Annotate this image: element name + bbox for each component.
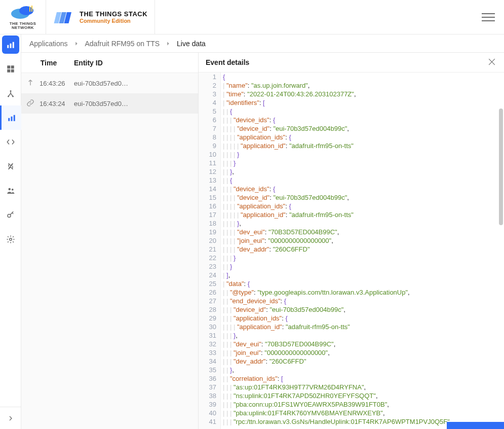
svg-rect-18 bbox=[11, 117, 12, 121]
event-detail-panel: Event details 12345678910111213141516171… bbox=[199, 53, 504, 429]
arrow-up-icon bbox=[26, 79, 34, 88]
event-row[interactable]: 16:43:24eui-70b3d57ed0… bbox=[21, 93, 198, 114]
svg-rect-17 bbox=[8, 118, 10, 121]
svg-point-21 bbox=[12, 189, 14, 191]
crumb-app-name[interactable]: Adafruit RFM95 on TTS bbox=[85, 40, 160, 48]
sidebar-app-icon[interactable] bbox=[2, 35, 19, 54]
svg-rect-10 bbox=[7, 65, 10, 68]
svg-rect-9 bbox=[13, 42, 14, 48]
sidebar-collaborators[interactable] bbox=[0, 178, 21, 203]
json-viewer[interactable]: 1234567891011121314151617181920212223242… bbox=[199, 72, 504, 429]
svg-point-22 bbox=[8, 214, 11, 218]
sidebar-overview[interactable] bbox=[0, 57, 21, 81]
sidebar-api-keys[interactable] bbox=[0, 203, 21, 227]
event-entity: eui-70b3d57ed0… bbox=[74, 100, 193, 108]
svg-point-1 bbox=[19, 6, 33, 15]
sidebar bbox=[0, 34, 21, 429]
svg-point-14 bbox=[10, 90, 12, 92]
close-icon bbox=[487, 57, 497, 67]
svg-rect-8 bbox=[10, 44, 12, 48]
scrollbar[interactable] bbox=[499, 109, 504, 421]
crumb-current: Live data bbox=[177, 40, 206, 48]
event-list: Time Entity ID 16:43:26eui-70b3d57ed0…16… bbox=[21, 53, 199, 429]
svg-point-15 bbox=[8, 96, 9, 97]
col-time: Time bbox=[26, 59, 71, 67]
svg-rect-3 bbox=[31, 6, 32, 12]
svg-rect-13 bbox=[11, 69, 14, 73]
sidebar-live-data[interactable] bbox=[0, 105, 21, 130]
svg-point-23 bbox=[10, 238, 12, 241]
top-header: THE THINGSNETWORK THE THINGS STACK Commu… bbox=[0, 0, 504, 34]
svg-rect-12 bbox=[7, 69, 10, 73]
chevron-right-icon bbox=[165, 40, 172, 47]
menu-button[interactable] bbox=[482, 13, 495, 21]
footer-accent bbox=[447, 422, 504, 429]
breadcrumb: Applications Adafruit RFM95 on TTS Live … bbox=[21, 34, 504, 53]
svg-rect-19 bbox=[13, 115, 15, 121]
sidebar-devices[interactable] bbox=[0, 81, 21, 105]
svg-rect-7 bbox=[7, 45, 9, 48]
event-row[interactable]: 16:43:26eui-70b3d57ed0… bbox=[21, 73, 198, 93]
svg-rect-2 bbox=[29, 7, 30, 12]
svg-point-16 bbox=[12, 96, 14, 97]
ttn-logo-text: THE THINGSNETWORK bbox=[10, 22, 36, 30]
sidebar-payload[interactable] bbox=[0, 130, 21, 154]
event-time: 16:43:26 bbox=[40, 80, 69, 87]
tts-subtitle: Community Edition bbox=[80, 18, 147, 24]
tts-logo[interactable]: THE THINGS STACK Community Edition bbox=[46, 0, 155, 34]
tts-title: THE THINGS STACK bbox=[80, 10, 147, 18]
close-button[interactable] bbox=[487, 57, 497, 68]
event-time: 16:43:24 bbox=[40, 100, 69, 108]
detail-title: Event details bbox=[206, 58, 249, 66]
link-icon bbox=[26, 99, 34, 109]
sidebar-integrations[interactable] bbox=[0, 154, 21, 178]
sidebar-settings[interactable] bbox=[0, 227, 21, 252]
ttn-logo[interactable]: THE THINGSNETWORK bbox=[3, 3, 43, 32]
svg-point-20 bbox=[9, 188, 11, 191]
sidebar-expand[interactable] bbox=[0, 407, 21, 429]
chevron-right-icon bbox=[73, 40, 80, 47]
crumb-applications[interactable]: Applications bbox=[29, 40, 68, 48]
event-entity: eui-70b3d57ed0… bbox=[74, 80, 193, 87]
svg-rect-11 bbox=[11, 65, 14, 68]
col-entity: Entity ID bbox=[71, 59, 193, 67]
